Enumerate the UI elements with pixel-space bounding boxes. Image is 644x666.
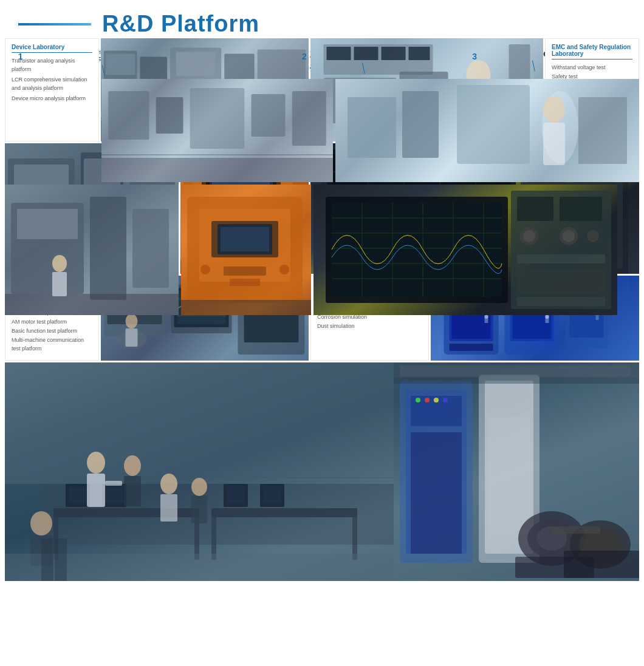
svg-rect-8 bbox=[348, 97, 396, 158]
svg-point-213 bbox=[443, 398, 448, 403]
svg-rect-5 bbox=[101, 158, 333, 182]
header-decoration bbox=[18, 23, 91, 25]
svg-rect-229 bbox=[400, 365, 631, 376]
page-header: R&D Platform bbox=[0, 0, 644, 43]
svg-rect-2 bbox=[190, 88, 245, 149]
right-top-photo bbox=[335, 79, 639, 182]
svg-rect-214 bbox=[411, 432, 462, 554]
svg-rect-49 bbox=[560, 197, 602, 221]
device-lab-photo bbox=[101, 79, 333, 182]
svg-rect-22 bbox=[52, 272, 67, 296]
emc-lab-title: EMC and Safety Regulation Laboratory bbox=[552, 44, 632, 59]
svg-rect-191 bbox=[263, 486, 281, 503]
svg-rect-205 bbox=[55, 539, 67, 581]
svg-point-168 bbox=[546, 315, 549, 319]
svg-point-212 bbox=[434, 398, 439, 403]
svg-rect-110 bbox=[382, 47, 406, 60]
svg-point-197 bbox=[160, 474, 177, 494]
svg-rect-63 bbox=[176, 52, 215, 76]
svg-rect-226 bbox=[564, 551, 639, 578]
svg-rect-0 bbox=[108, 91, 149, 140]
svg-point-30 bbox=[279, 265, 289, 274]
svg-rect-163 bbox=[450, 344, 493, 351]
svg-rect-12 bbox=[578, 97, 627, 164]
svg-point-162 bbox=[485, 315, 488, 319]
section-01-one: 1 bbox=[18, 52, 23, 61]
section-02-two: 2 bbox=[302, 52, 307, 61]
svg-point-199 bbox=[191, 478, 207, 496]
svg-rect-56 bbox=[517, 270, 605, 294]
svg-rect-189 bbox=[227, 486, 245, 503]
svg-rect-198 bbox=[160, 494, 177, 522]
svg-rect-28 bbox=[221, 227, 269, 251]
svg-rect-183 bbox=[352, 517, 357, 560]
svg-point-54 bbox=[587, 230, 599, 242]
svg-point-53 bbox=[563, 230, 575, 242]
device-item-2: LCR comprehensive simulation and analysi… bbox=[12, 75, 92, 93]
svg-point-29 bbox=[200, 265, 210, 274]
svg-rect-14 bbox=[543, 123, 565, 165]
func-item-5: Multi-machine communication test platfor… bbox=[12, 336, 92, 353]
svg-rect-1 bbox=[156, 97, 183, 134]
factory-photo-2-orange bbox=[181, 185, 311, 315]
svg-rect-102 bbox=[126, 328, 138, 347]
svg-rect-4 bbox=[292, 91, 326, 146]
page-title: R&D Platform bbox=[102, 11, 259, 37]
svg-rect-9 bbox=[402, 91, 439, 158]
svg-rect-200 bbox=[191, 496, 207, 523]
svg-point-192 bbox=[87, 452, 105, 474]
svg-rect-193 bbox=[87, 474, 105, 507]
svg-rect-33 bbox=[181, 300, 311, 315]
svg-rect-175 bbox=[5, 362, 394, 484]
svg-rect-48 bbox=[517, 197, 553, 221]
svg-rect-218 bbox=[488, 417, 530, 539]
svg-point-21 bbox=[52, 255, 67, 272]
factory-photo-1 bbox=[5, 185, 179, 315]
device-item-3: Device micro analysis platform bbox=[12, 94, 92, 103]
emc-item-1: Withstand voltage test bbox=[552, 63, 632, 72]
svg-rect-31 bbox=[224, 267, 266, 276]
svg-rect-111 bbox=[409, 47, 430, 60]
svg-rect-10 bbox=[457, 85, 530, 164]
svg-rect-204 bbox=[41, 539, 53, 581]
svg-rect-18 bbox=[90, 197, 126, 300]
svg-rect-108 bbox=[327, 47, 351, 60]
svg-rect-196 bbox=[124, 476, 141, 506]
svg-rect-109 bbox=[354, 47, 379, 60]
func-item-4: Basic function test platform bbox=[12, 327, 92, 336]
svg-rect-180 bbox=[194, 517, 199, 560]
svg-point-211 bbox=[425, 398, 430, 403]
svg-rect-187 bbox=[105, 486, 123, 503]
svg-rect-20 bbox=[5, 294, 179, 315]
row-2 bbox=[5, 185, 639, 315]
svg-rect-194 bbox=[105, 481, 122, 486]
svg-rect-17 bbox=[17, 209, 78, 239]
measurement-equipment-photo bbox=[313, 185, 617, 315]
svg-rect-224 bbox=[552, 526, 600, 534]
svg-point-101 bbox=[126, 314, 138, 328]
svg-rect-32 bbox=[230, 279, 260, 286]
bottom-large-photo bbox=[5, 362, 639, 581]
svg-point-195 bbox=[124, 455, 141, 476]
svg-rect-185 bbox=[69, 486, 87, 503]
func-item-3: AM motor test platform bbox=[12, 318, 92, 327]
svg-rect-60 bbox=[106, 54, 135, 75]
device-item-1: Transistor analog analysis platform bbox=[12, 56, 92, 74]
svg-rect-19 bbox=[132, 209, 169, 288]
svg-point-13 bbox=[543, 96, 565, 123]
svg-rect-3 bbox=[252, 94, 286, 137]
right-column-top bbox=[335, 79, 639, 182]
svg-rect-182 bbox=[211, 517, 216, 560]
svg-rect-55 bbox=[517, 254, 605, 263]
svg-rect-217 bbox=[488, 387, 530, 411]
simenv-item-4: Dust simulation bbox=[317, 322, 422, 330]
svg-rect-57 bbox=[517, 297, 605, 306]
device-lab-title-2: Device Laboratory bbox=[12, 44, 92, 53]
svg-rect-228 bbox=[394, 378, 639, 384]
svg-rect-181 bbox=[211, 508, 357, 517]
svg-point-201 bbox=[30, 511, 52, 535]
svg-point-210 bbox=[416, 398, 420, 403]
section-03-three: 3 bbox=[472, 52, 477, 61]
svg-point-51 bbox=[523, 230, 535, 242]
